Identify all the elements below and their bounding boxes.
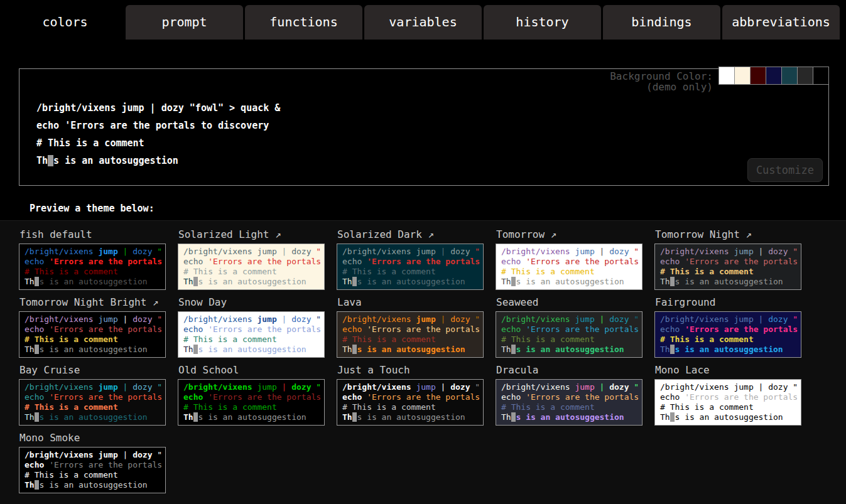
external-link-icon[interactable]: ↗ xyxy=(422,228,434,240)
theme-preview-box[interactable]: /bright/vixens jump | dozy "echo 'Errors… xyxy=(178,311,325,358)
code-span: dozy xyxy=(133,247,157,256)
theme-title: fish default xyxy=(19,228,178,240)
theme-title: Dracula xyxy=(496,364,654,376)
theme-name: Just a Touch xyxy=(337,364,410,376)
code-span: Th xyxy=(24,345,35,354)
theme-name: Bay Cruise xyxy=(19,364,80,376)
code-span: s is an autosuggestion xyxy=(675,412,783,422)
code-span: Th xyxy=(24,480,35,490)
theme-name: Seaweed xyxy=(496,296,538,308)
theme-preview-box[interactable]: /bright/vixens jump | dozy "echo 'Errors… xyxy=(496,244,643,290)
theme-preview-box[interactable]: /bright/vixens jump | dozy "echo 'Errors… xyxy=(654,379,801,426)
theme-card-lava[interactable]: Lava/bright/vixens jump | dozy "echo 'Er… xyxy=(337,290,496,358)
theme-card-dracula[interactable]: Dracula/bright/vixens jump | dozy "echo … xyxy=(496,358,654,426)
code-span: echo xyxy=(660,324,685,334)
theme-card-tomorrow-night[interactable]: Tomorrow Night ↗/bright/vixens jump | do… xyxy=(654,222,813,290)
code-line: echo 'Errors are the portals xyxy=(342,392,483,402)
code-span: /bright/vixens jump | dozy "fowl" > quac… xyxy=(36,102,280,114)
code-line: # This is a comment xyxy=(183,335,324,345)
theme-card-just-a-touch[interactable]: Just a Touch/bright/vixens jump | dozy "… xyxy=(337,358,496,426)
code-line: # This is a comment xyxy=(342,335,483,345)
external-link-icon[interactable]: ↗ xyxy=(146,296,158,308)
code-span: echo xyxy=(342,324,367,334)
tab-functions[interactable]: functions xyxy=(245,5,362,40)
tab-history[interactable]: history xyxy=(484,5,601,40)
theme-card-fairground[interactable]: Fairground/bright/vixens jump | dozy "ec… xyxy=(654,290,813,358)
bg-swatch-4[interactable] xyxy=(781,67,798,85)
external-link-icon[interactable]: ↗ xyxy=(545,228,556,240)
bg-swatch-1[interactable] xyxy=(734,67,751,85)
theme-preview-box[interactable]: /bright/vixens jump | dozy "echo 'Errors… xyxy=(19,244,166,290)
code-span: dozy xyxy=(291,247,316,256)
code-line: # This is a comment xyxy=(24,402,165,412)
code-span: echo xyxy=(24,460,49,469)
external-link-icon[interactable]: ↗ xyxy=(740,228,752,240)
theme-preview-box[interactable]: /bright/vixens jump | dozy "echo 'Errors… xyxy=(19,447,166,493)
bg-swatch-5[interactable] xyxy=(797,67,813,85)
code-span: /bright/vixens xyxy=(501,382,575,392)
theme-preview-box[interactable]: /bright/vixens jump | dozy "echo 'Errors… xyxy=(337,311,484,358)
bg-swatch-6[interactable] xyxy=(813,67,829,85)
tab-abbreviations[interactable]: abbreviations xyxy=(722,5,840,40)
code-line: echo 'Errors are the portals xyxy=(183,257,324,267)
theme-card-old-school[interactable]: Old School/bright/vixens jump | dozy "ec… xyxy=(178,358,337,426)
code-span: Th xyxy=(660,277,670,286)
customize-button[interactable]: Customize xyxy=(747,158,823,182)
theme-preview-box[interactable]: /bright/vixens jump | dozy "echo 'Errors… xyxy=(337,244,484,290)
tab-bindings[interactable]: bindings xyxy=(603,5,720,40)
theme-card-mono-smoke[interactable]: Mono Smoke/bright/vixens jump | dozy "ec… xyxy=(19,426,178,493)
theme-preview-box[interactable]: /bright/vixens jump | dozy "echo 'Errors… xyxy=(654,244,801,290)
code-span: 'Errors are the portals xyxy=(49,392,162,402)
code-span: Th xyxy=(342,412,352,422)
theme-preview-box[interactable]: /bright/vixens jump | dozy "echo 'Errors… xyxy=(19,379,166,426)
code-span: | xyxy=(123,382,133,392)
code-span: /bright/vixens xyxy=(183,314,257,324)
tab-variables[interactable]: variables xyxy=(364,5,482,40)
theme-card-solarized-dark[interactable]: Solarized Dark ↗/bright/vixens jump | do… xyxy=(337,222,496,290)
code-span: Th xyxy=(501,412,511,422)
code-span: echo xyxy=(342,392,367,402)
code-line: echo 'Errors are the portals xyxy=(342,324,483,335)
external-link-icon[interactable]: ↗ xyxy=(269,228,281,240)
theme-preview-box[interactable]: /bright/vixens jump | dozy "echo 'Errors… xyxy=(178,379,325,426)
theme-card-snow-day[interactable]: Snow Day/bright/vixens jump | dozy "echo… xyxy=(178,290,337,358)
code-span: " xyxy=(634,247,639,256)
code-span: /bright/vixens xyxy=(660,247,734,256)
code-span: dozy xyxy=(133,450,157,459)
code-span: " xyxy=(793,247,798,256)
theme-card-mono-lace[interactable]: Mono Lace/bright/vixens jump | dozy "ech… xyxy=(654,358,813,426)
theme-card-seaweed[interactable]: Seaweed/bright/vixens jump | dozy "echo … xyxy=(496,290,654,358)
code-span: s is an autosuggestion xyxy=(357,277,465,286)
code-line: echo 'Errors are the portals to discover… xyxy=(36,117,828,134)
theme-preview-box[interactable]: /bright/vixens jump | dozy "echo 'Errors… xyxy=(496,311,643,358)
theme-card-fish-default[interactable]: fish default/bright/vixens jump | dozy "… xyxy=(19,222,178,290)
code-line: /bright/vixens jump | dozy " xyxy=(501,247,642,257)
theme-card-solarized-light[interactable]: Solarized Light ↗/bright/vixens jump | d… xyxy=(178,222,337,290)
theme-card-bay-cruise[interactable]: Bay Cruise/bright/vixens jump | dozy "ec… xyxy=(19,358,178,426)
preview-heading: Preview a theme below: xyxy=(30,203,846,214)
background-color-swatches xyxy=(719,67,829,85)
bg-swatch-2[interactable] xyxy=(750,67,766,85)
code-span: | xyxy=(441,247,451,256)
code-span: " xyxy=(793,382,798,392)
theme-preview-box[interactable]: /bright/vixens jump | dozy "echo 'Errors… xyxy=(496,379,643,426)
bg-swatch-0[interactable] xyxy=(719,67,735,85)
code-line: /bright/vixens jump | dozy " xyxy=(24,450,165,460)
theme-name: Mono Lace xyxy=(655,364,710,376)
theme-name: Solarized Dark xyxy=(337,228,422,240)
theme-preview-box[interactable]: /bright/vixens jump | dozy "echo 'Errors… xyxy=(178,244,325,290)
background-color-label-line1: Background Color: xyxy=(610,71,713,82)
theme-preview-box[interactable]: /bright/vixens jump | dozy "echo 'Errors… xyxy=(654,311,801,358)
code-line: This is an autosuggestion xyxy=(660,345,801,355)
theme-title: Seaweed xyxy=(496,296,654,308)
tab-colors[interactable]: colors xyxy=(6,5,124,40)
theme-preview-box[interactable]: /bright/vixens jump | dozy "echo 'Errors… xyxy=(337,379,484,426)
theme-card-tomorrow-night-bright[interactable]: Tomorrow Night Bright ↗/bright/vixens ju… xyxy=(19,290,178,358)
code-span: " xyxy=(475,382,480,392)
bg-swatch-3[interactable] xyxy=(766,67,782,85)
code-span: s is an autosuggestion xyxy=(516,277,624,286)
code-line: This is an autosuggestion xyxy=(24,480,165,490)
theme-card-tomorrow[interactable]: Tomorrow ↗/bright/vixens jump | dozy "ec… xyxy=(496,222,654,290)
theme-preview-box[interactable]: /bright/vixens jump | dozy "echo 'Errors… xyxy=(19,311,166,358)
tab-prompt[interactable]: prompt xyxy=(126,5,243,40)
